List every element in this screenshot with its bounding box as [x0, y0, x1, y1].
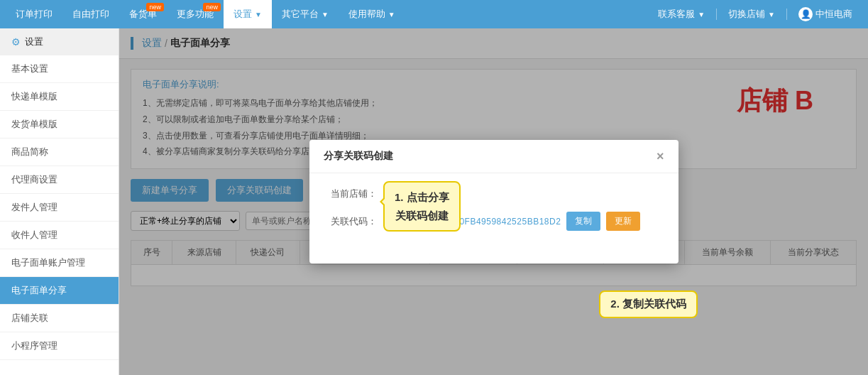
- sidebar-item-agent[interactable]: 代理商设置: [0, 166, 119, 194]
- nav-help[interactable]: 使用帮助 ▼: [339, 0, 405, 28]
- modal-body: 当前店铺： 中恒电商 关联代码： 9F59AADC7787B0FB4959842…: [309, 173, 679, 263]
- nav-service[interactable]: 联系客服 ▼: [648, 0, 715, 28]
- top-nav-right: 联系客服 ▼ 切换店铺 ▼ 👤 中恒电商: [648, 0, 862, 28]
- settings-chevron-icon: ▼: [255, 11, 262, 18]
- help-chevron-icon: ▼: [388, 11, 395, 18]
- sidebar-item-electronic-account[interactable]: 电子面单账户管理: [0, 249, 119, 277]
- sidebar-item-basic[interactable]: 基本设置: [0, 55, 119, 83]
- nav-divider-2: [786, 9, 787, 20]
- sidebar-item-electronic-share[interactable]: 电子面单分享: [0, 277, 119, 305]
- switch-chevron-icon: ▼: [768, 11, 775, 18]
- sidebar-item-express-template[interactable]: 快递单模版: [0, 83, 119, 111]
- nav-user[interactable]: 👤 中恒电商: [789, 0, 862, 28]
- nav-free-print[interactable]: 自由打印: [62, 0, 119, 28]
- more-badge: new: [203, 3, 221, 11]
- nav-more[interactable]: 更多功能 new: [167, 0, 224, 28]
- copy-button[interactable]: 复制: [566, 212, 600, 231]
- modal-overlay: 分享关联码创建 × 当前店铺： 中恒电商 关联代码： 9F59AADC7787B…: [119, 28, 868, 375]
- tooltip-step1: 1. 点击分享关联码创建: [383, 181, 461, 232]
- sidebar-item-delivery-template[interactable]: 发货单模版: [0, 111, 119, 138]
- modal-dialog: 分享关联码创建 × 当前店铺： 中恒电商 关联代码： 9F59AADC7787B…: [309, 140, 679, 263]
- modal-header: 分享关联码创建 ×: [309, 140, 679, 173]
- modal-code-label: 关联代码：: [331, 215, 388, 228]
- nav-settings[interactable]: 设置 ▼: [224, 0, 272, 28]
- tooltip-step2: 2. 复制关联代码: [599, 290, 698, 318]
- user-icon: 👤: [798, 7, 813, 21]
- service-chevron-icon: ▼: [698, 11, 705, 18]
- modal-code-field: 关联代码： 9F59AADC7787B0FB4959842525BB18D2 复…: [331, 212, 657, 231]
- nav-divider-1: [716, 9, 717, 20]
- sidebar-item-mini-program[interactable]: 小程序管理: [0, 332, 119, 360]
- sidebar-item-receiver[interactable]: 收件人管理: [0, 222, 119, 249]
- modal-close-button[interactable]: ×: [657, 150, 664, 163]
- main-layout: ⚙ 设置 基本设置 快递单模版 发货单模版 商品简称 代理商设置 发件人管理 收…: [0, 28, 868, 375]
- sidebar-item-sender[interactable]: 发件人管理: [0, 194, 119, 222]
- refresh-button[interactable]: 更新: [606, 212, 640, 231]
- other-chevron-icon: ▼: [322, 11, 329, 18]
- content-area: 设置 / 电子面单分享 电子面单分享说明: 1、无需绑定店铺，即可将菜鸟电子面单…: [119, 28, 868, 375]
- gear-icon: ⚙: [11, 36, 21, 48]
- sidebar-item-goods-nickname[interactable]: 商品简称: [0, 138, 119, 166]
- sidebar-item-store-link[interactable]: 店铺关联: [0, 305, 119, 332]
- nav-other-platforms[interactable]: 其它平台 ▼: [272, 0, 339, 28]
- sidebar-header: ⚙ 设置: [0, 28, 119, 55]
- backup-badge: new: [146, 3, 164, 11]
- modal-title: 分享关联码创建: [324, 150, 393, 163]
- sidebar: ⚙ 设置 基本设置 快递单模版 发货单模版 商品简称 代理商设置 发件人管理 收…: [0, 28, 119, 375]
- nav-backup[interactable]: 备货单 new: [119, 0, 167, 28]
- top-navigation: 订单打印 自由打印 备货单 new 更多功能 new 设置 ▼ 其它平台 ▼ 使…: [0, 0, 868, 28]
- nav-switch-store[interactable]: 切换店铺 ▼: [718, 0, 785, 28]
- nav-order-print[interactable]: 订单打印: [6, 0, 62, 28]
